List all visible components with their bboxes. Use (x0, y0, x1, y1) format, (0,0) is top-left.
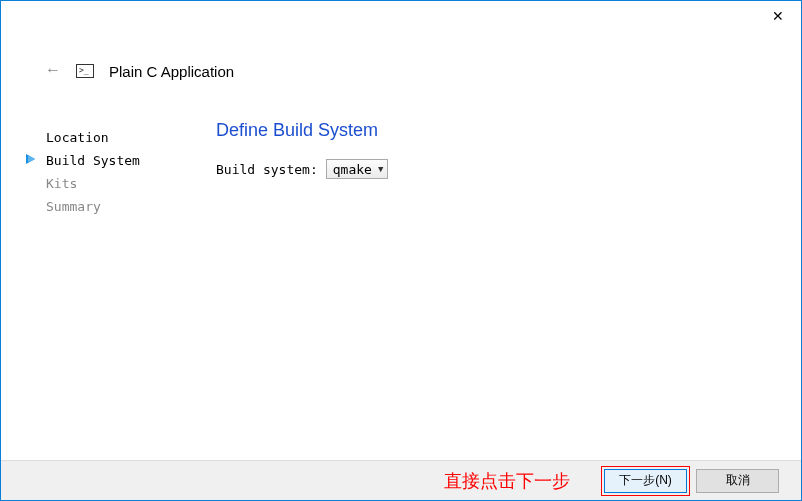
wizard-steps-sidebar: Location Build System Kits Summary (1, 126, 201, 218)
terminal-icon (76, 64, 94, 78)
wizard-title: Plain C Application (109, 63, 234, 80)
annotation-text: 直接点击下一步 (444, 469, 570, 493)
build-system-row: Build system: qmake ▼ (216, 159, 781, 179)
content-area: Location Build System Kits Summary Defin… (1, 81, 801, 218)
titlebar: ✕ (1, 1, 801, 31)
step-label: Location (46, 130, 109, 145)
build-system-select[interactable]: qmake ▼ (326, 159, 389, 179)
step-summary: Summary (46, 195, 201, 218)
close-icon: ✕ (772, 8, 784, 24)
chevron-down-icon: ▼ (378, 164, 383, 174)
step-label: Build System (46, 153, 140, 168)
build-system-label: Build system: (216, 162, 318, 177)
cancel-button[interactable]: 取消 (696, 469, 779, 493)
step-kits: Kits (46, 172, 201, 195)
step-label: Summary (46, 199, 101, 214)
footer: 直接点击下一步 下一步(N) 取消 (1, 460, 801, 500)
next-button-label: 下一步(N) (619, 472, 672, 489)
step-build-system: Build System (46, 149, 201, 172)
back-arrow-icon[interactable]: ← (45, 61, 61, 81)
close-button[interactable]: ✕ (755, 1, 801, 31)
annotation-highlight: 下一步(N) (601, 466, 690, 496)
step-label: Kits (46, 176, 77, 191)
step-location: Location (46, 126, 201, 149)
build-system-value: qmake (333, 162, 372, 177)
header: ← Plain C Application (1, 31, 801, 81)
main-panel: Define Build System Build system: qmake … (201, 126, 801, 218)
next-button[interactable]: 下一步(N) (604, 469, 687, 493)
page-title: Define Build System (216, 120, 781, 141)
cancel-button-label: 取消 (726, 472, 750, 489)
